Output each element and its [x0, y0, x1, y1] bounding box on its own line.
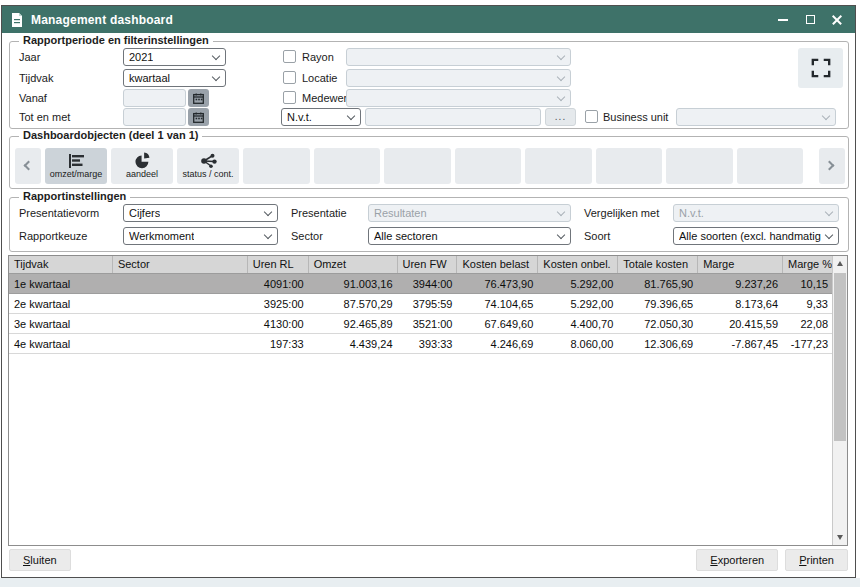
- bar-chart-icon: [67, 152, 86, 169]
- locatie-checkbox[interactable]: [283, 71, 296, 84]
- dashboard-object-empty-slot[interactable]: [666, 148, 733, 184]
- dashboard-object-empty-slot[interactable]: [596, 148, 663, 184]
- table-cell: 3944:00: [398, 278, 458, 290]
- column-header[interactable]: Omzet: [309, 256, 398, 273]
- dashboard-object-status-cont-[interactable]: status / cont.: [177, 148, 239, 184]
- exporteren-button[interactable]: Exporteren: [696, 549, 778, 571]
- table-cell: 22,08: [783, 318, 833, 330]
- table-cell: 72.050,30: [618, 318, 698, 330]
- table-header: TijdvakSectorUren RLOmzetUren FWKosten b…: [9, 256, 833, 274]
- maximize-button[interactable]: [801, 11, 819, 29]
- table-cell: 2e kwartaal: [9, 298, 113, 310]
- dashboard-object-empty-slot[interactable]: [243, 148, 310, 184]
- rapportkeuze-select[interactable]: Werkmoment: [123, 227, 278, 245]
- table-cell: 4.439,24: [309, 338, 398, 350]
- chevron-down-icon: [264, 231, 272, 239]
- close-button[interactable]: [828, 11, 846, 29]
- vergelijken-met-select[interactable]: N.v.t.: [673, 204, 839, 222]
- table-cell: 81.765,90: [618, 278, 698, 290]
- dashboard-object-empty-slot[interactable]: [525, 148, 592, 184]
- table-row[interactable]: 3e kwartaal4130:0092.465,893521:0067.649…: [9, 314, 833, 334]
- medewerker-select[interactable]: [346, 89, 571, 107]
- table-cell: 8.060,00: [538, 338, 618, 350]
- column-header[interactable]: Kosten belast: [457, 256, 538, 273]
- soort-label: Soort: [584, 227, 610, 245]
- table-cell: 12.306,69: [618, 338, 698, 350]
- table-cell: 4130:00: [248, 318, 309, 330]
- dashboard-object-label: status / cont.: [182, 169, 233, 180]
- table-cell: 1e kwartaal: [9, 278, 113, 290]
- column-header[interactable]: Tijdvak: [9, 256, 113, 273]
- dashboard-object-empty-slot[interactable]: [737, 148, 804, 184]
- tijdvak-select[interactable]: kwartaal: [123, 69, 226, 87]
- column-header[interactable]: Uren FW: [398, 256, 458, 273]
- locatie-select[interactable]: [346, 69, 571, 87]
- table-row[interactable]: 1e kwartaal4091:0091.003,163944:0076.473…: [9, 274, 833, 294]
- rayon-select[interactable]: [346, 48, 571, 66]
- table-cell: 5.292,00: [538, 278, 618, 290]
- column-header[interactable]: Sector: [113, 256, 248, 273]
- medewerker-checkbox[interactable]: [283, 91, 296, 104]
- soort-select[interactable]: Alle soorten (excl. handmatig: [673, 227, 839, 245]
- dialog-client-area: Rapportperiode en filterinstellingen Jaa…: [2, 33, 855, 577]
- scroll-up-button[interactable]: [833, 256, 847, 271]
- chevron-right-icon: [825, 161, 835, 171]
- minimize-button[interactable]: [774, 11, 792, 29]
- presentatie-select[interactable]: Resultaten: [368, 204, 571, 222]
- dashboard-object-empty-slot[interactable]: [314, 148, 381, 184]
- report-settings-legend: Rapportinstellingen: [19, 190, 130, 202]
- toolbar-prev-button[interactable]: [15, 148, 41, 184]
- column-header[interactable]: Uren RL: [248, 256, 309, 273]
- filter-text-input[interactable]: [365, 108, 541, 126]
- sluiten-button[interactable]: Sluiten: [9, 549, 71, 571]
- rayon-label: Rayon: [302, 48, 334, 66]
- table-cell: 9.237,26: [698, 278, 783, 290]
- window-titlebar[interactable]: Management dashboard: [2, 6, 855, 33]
- column-header[interactable]: Totale kosten: [618, 256, 698, 273]
- toolbar-next-button[interactable]: [819, 148, 845, 184]
- chevron-down-icon: [825, 208, 833, 216]
- sector-select[interactable]: Alle sectoren: [368, 227, 571, 245]
- table-cell: 74.104,65: [457, 298, 538, 310]
- chevron-down-icon: [347, 112, 355, 120]
- sector-label: Sector: [291, 227, 323, 245]
- table-row[interactable]: 4e kwartaal197:334.439,24393:334.246,698…: [9, 334, 833, 354]
- dashboard-object-omzet-marge[interactable]: omzet/marge: [45, 148, 107, 184]
- table-scrollbar[interactable]: [832, 256, 847, 545]
- presentatievorm-select[interactable]: Cijfers: [123, 204, 278, 222]
- dashboard-object-empty-slot[interactable]: [384, 148, 451, 184]
- column-header[interactable]: Marge: [698, 256, 783, 273]
- column-header[interactable]: Kosten onbel.: [538, 256, 618, 273]
- table-cell: 4.400,70: [538, 318, 618, 330]
- tot-en-met-date-input[interactable]: [123, 108, 186, 126]
- business-unit-select[interactable]: [676, 108, 836, 126]
- table-row[interactable]: 2e kwartaal3925:0087.570,293795:5974.104…: [9, 294, 833, 314]
- document-icon: [11, 13, 23, 27]
- rapportkeuze-label: Rapportkeuze: [19, 227, 88, 245]
- tot-en-met-calendar-button[interactable]: [188, 108, 209, 126]
- calendar-icon: [193, 93, 204, 104]
- chevron-down-icon: [557, 52, 565, 60]
- chevron-down-icon: [264, 208, 272, 216]
- fullscreen-button[interactable]: [798, 48, 843, 88]
- column-header[interactable]: Marge %: [783, 256, 833, 273]
- dashboard-object-aandeel[interactable]: aandeel: [111, 148, 173, 184]
- table-cell: 5.292,00: [538, 298, 618, 310]
- nvt-select[interactable]: N.v.t.: [281, 108, 361, 126]
- dashboard-object-empty-slot[interactable]: [455, 148, 522, 184]
- printen-button[interactable]: Printen: [785, 549, 848, 571]
- chevron-down-icon: [825, 231, 833, 239]
- vanaf-calendar-button[interactable]: [188, 89, 209, 107]
- scroll-down-button[interactable]: [833, 530, 847, 545]
- network-icon: [198, 152, 218, 169]
- rayon-checkbox[interactable]: [283, 50, 296, 63]
- jaar-select[interactable]: 2021: [123, 48, 226, 66]
- desktop-background: Management dashboard Rapportperiode en f…: [0, 0, 860, 587]
- table-cell: 79.396,65: [618, 298, 698, 310]
- vanaf-date-input[interactable]: [123, 89, 186, 107]
- tot-en-met-label: Tot en met: [19, 108, 70, 126]
- triangle-up-icon: [837, 261, 843, 266]
- scrollbar-thumb[interactable]: [834, 273, 846, 441]
- business-unit-checkbox[interactable]: [585, 110, 598, 123]
- browse-button[interactable]: ...: [545, 108, 576, 126]
